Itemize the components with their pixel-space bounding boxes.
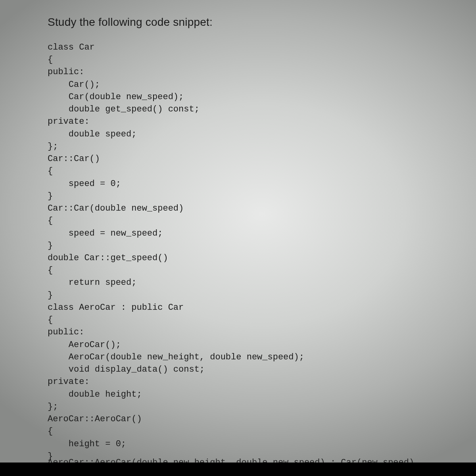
code-snippet: class Car { public: Car(); Car(double ne… — [48, 41, 476, 463]
document-page: Study the following code snippet: class … — [0, 0, 476, 463]
question-heading: Study the following code snippet: — [48, 16, 476, 29]
bottom-black-bar — [0, 463, 476, 476]
